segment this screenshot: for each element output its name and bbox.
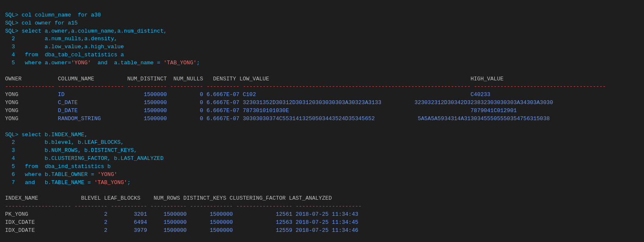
col-divider-1: --------------- -------------------- ---… <box>5 83 606 90</box>
col-divider-2: -------------------- ---------- --------… <box>5 203 362 209</box>
density-value: 6.6667E-07 <box>203 107 239 114</box>
clustering-factor-value: 12563 <box>233 219 292 226</box>
line-5: 3 a.low_value,a.high_value <box>5 44 124 50</box>
clustering-factor-value: 12561 <box>233 211 292 217</box>
sql-code: b.NUM_ROWS, b.DISTINCT_KEYS, <box>22 147 137 154</box>
sql-command: col owner for a15 <box>22 20 78 26</box>
low-value: 7873010101030E <box>239 107 471 114</box>
sql-code: dba_tab_col_statistics a <box>45 52 124 58</box>
line-num: 4 <box>5 52 22 58</box>
col-name-value: ID <box>58 91 127 98</box>
line-num: 3 <box>5 147 22 154</box>
owner-value: YONG <box>5 107 58 114</box>
from-keyword: from <box>22 52 45 58</box>
sql-code: a.owner= <box>45 60 71 66</box>
sql-code: b.TABLE_OWNER = <box>45 171 98 178</box>
line-q2-7: 7 and b.TABLE_NAME = 'TAB_YONG'; <box>5 179 130 186</box>
line-num: 5 <box>5 60 22 66</box>
sql-code: ; <box>197 60 200 66</box>
where-keyword: where <box>22 60 45 66</box>
line-num: 6 <box>5 171 22 178</box>
density-value: 6.6667E-07 <box>203 99 239 106</box>
distinct-keys-value: 1500000 <box>187 227 233 234</box>
num-nulls-value: 0 <box>167 99 203 106</box>
last-analyzed-value: 2018-07-25 11:34:45 <box>292 219 358 226</box>
data-row-idx-cdate: IDX_CDATE 2 6494 1500000 1500000 12563 2… <box>5 219 358 226</box>
line-q2-4: 4 b.CLUSTERING_FACTOR, b.LAST_ANALYZED <box>5 155 163 162</box>
sql-string: 'TAB_YONG' <box>94 179 127 186</box>
last-analyzed-value: 2018-07-25 11:34:46 <box>292 227 358 234</box>
sql-string: 'YONG' <box>71 60 91 66</box>
sql-string: 'TAB_YONG' <box>164 60 197 66</box>
line-7: 5 where a.owner='YONG' and a.table_name … <box>5 60 200 66</box>
distinct-keys-value: 1500000 <box>187 219 233 226</box>
and-keyword: and <box>97 60 107 66</box>
density-value: 6.6667E-07 <box>203 116 239 122</box>
sql-code: b.CLUSTERING_FACTOR, b.LAST_ANALYZED <box>22 155 163 162</box>
data-row-ddate: YONG D_DATE 1500000 0 6.6667E-07 7873010… <box>5 107 517 114</box>
low-value: 323031352D30312D303120303030303A30323A31… <box>239 99 414 106</box>
sql-code: dba_ind_statistics b <box>45 163 111 170</box>
leaf-blocks-value: 3979 <box>107 227 147 234</box>
line-num: 2 <box>5 139 22 146</box>
num-distinct-value: 1500000 <box>127 116 167 122</box>
line-num: 3 <box>5 44 22 50</box>
num-nulls-value: 0 <box>167 91 203 98</box>
index-name-value: PK_YONG <box>5 211 74 217</box>
clustering-factor-value: 12559 <box>233 227 292 234</box>
where-keyword: where <box>22 171 45 178</box>
num-distinct-value: 1500000 <box>127 107 167 114</box>
sql-prompt: SQL> <box>5 28 22 34</box>
sql-code: b.TABLE_NAME = <box>45 179 94 186</box>
col-name-value: RANDOM_STRING <box>58 116 127 122</box>
line-3: SQL> select a.owner,a.column_name,a.num_… <box>5 28 167 34</box>
sql-code: ; <box>127 179 131 186</box>
high-value: 323032312D30342D323832303030303A34303A30… <box>414 99 553 106</box>
line-1: SQL> col column_name for a30 <box>5 12 101 18</box>
data-row-random: YONG RANDOM_STRING 1500000 0 6.6667E-07 … <box>5 116 550 122</box>
distinct-keys-value: 1500000 <box>187 211 233 217</box>
line-num: 4 <box>5 155 22 162</box>
line-num: 7 <box>5 179 22 186</box>
low-value: C102 <box>239 91 471 98</box>
density-value: 6.6667E-07 <box>203 91 239 98</box>
line-num: 5 <box>5 163 22 170</box>
data-row-idx-ddate: IDX_DDATE 2 3979 1500000 1500000 12559 2… <box>5 227 358 234</box>
line-q2-2: 2 b.blevel, b.LEAF_BLOCKS, <box>5 139 124 146</box>
index-name-value: IDX_DDATE <box>5 227 74 234</box>
sql-string: 'YONG' <box>97 171 117 178</box>
col-name-value: C_DATE <box>58 99 127 106</box>
blevel-value: 2 <box>74 227 107 234</box>
num-rows-value: 1500000 <box>147 211 187 217</box>
num-rows-value: 1500000 <box>147 219 187 226</box>
sql-code: a.low_value,a.high_value <box>22 44 124 50</box>
col-header-2: INDEX_NAME BLEVEL LEAF_BLOCKS NUM_ROWS D… <box>5 195 332 201</box>
data-row-cdate: YONG C_DATE 1500000 0 6.6667E-07 3230313… <box>5 99 553 106</box>
num-nulls-value: 0 <box>167 107 203 114</box>
data-row-id: YONG ID 1500000 0 6.6667E-07 C102 C40233 <box>5 91 490 98</box>
leaf-blocks-value: 3201 <box>107 211 147 217</box>
from-keyword: from <box>22 163 45 170</box>
sql-code: a.table_name = <box>107 60 164 66</box>
num-distinct-value: 1500000 <box>127 99 167 106</box>
owner-value: YONG <box>5 91 58 98</box>
sql-prompt: SQL> <box>5 12 22 18</box>
num-distinct-value: 1500000 <box>127 91 167 98</box>
line-6: 4 from dba_tab_col_statistics a <box>5 52 124 58</box>
col-header-1: OWNER COLUMN_NAME NUM_DISTINCT NUM_NULLS… <box>5 76 504 82</box>
last-analyzed-value: 2018-07-25 11:34:43 <box>292 211 358 217</box>
line-2: SQL> col owner for a15 <box>5 20 78 26</box>
num-rows-value: 1500000 <box>147 227 187 234</box>
low-value: 30303030374C5531413250503443524D35345652 <box>239 116 418 122</box>
sql-prompt: SQL> <box>5 20 22 26</box>
line-4: 2 a.num_nulls,a.density, <box>5 36 117 42</box>
sql-command: select b.INDEX_NAME, <box>22 132 88 138</box>
blevel-value: 2 <box>74 219 107 226</box>
line-q2-6: 6 where b.TABLE_OWNER = 'YONG' <box>5 171 117 178</box>
num-nulls-value: 0 <box>167 116 203 122</box>
line-num: 2 <box>5 36 22 42</box>
high-value: 7879041C012901 <box>471 107 517 114</box>
owner-value: YONG <box>5 99 58 106</box>
sql-code: b.blevel, b.LEAF_BLOCKS, <box>22 139 124 146</box>
sql-command: select a.owner,a.column_name,a.num_disti… <box>22 28 167 34</box>
